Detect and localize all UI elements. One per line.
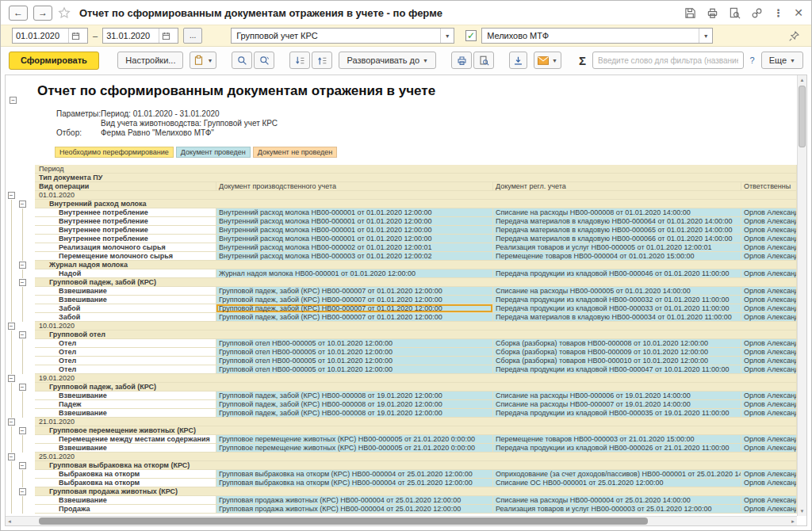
operation-cell[interactable]: Взвешивание	[35, 392, 216, 400]
production-doc-cell[interactable]: Групповой падеж, забой (КРС) НВ00-000007…	[216, 296, 493, 304]
regl-doc-cell[interactable]: Оприходование (за счет доходов/пассивов)…	[493, 470, 741, 479]
email-button[interactable]: ▼	[534, 52, 561, 69]
vertical-scroll-thumb[interactable]	[799, 86, 806, 147]
regl-doc-cell[interactable]: Списание ОС НВ00-000001 от 25.01.2020 12…	[493, 479, 741, 487]
operation-group-cell[interactable]: Групповой падеж, забой (КРС)	[35, 278, 797, 287]
responsible-cell[interactable]: Орлов Александ	[741, 304, 797, 313]
responsible-cell[interactable]: Орлов Александ	[741, 392, 797, 400]
responsible-cell[interactable]: Орлов Александ	[741, 496, 797, 505]
settings-button[interactable]: Настройки...	[117, 52, 183, 69]
regl-doc-cell[interactable]: Передача продукции из кладовой НВ00-0000…	[493, 296, 741, 304]
band-cell[interactable]: Период	[35, 165, 797, 174]
production-doc-cell[interactable]: Групповой отел НВ00-000005 от 10.01.2020…	[216, 365, 493, 374]
column-header-production-doc[interactable]: Документ производственного учета	[216, 182, 493, 191]
responsible-cell[interactable]: Орлов Александ	[741, 252, 797, 261]
responsible-cell[interactable]: Орлов Александ	[741, 235, 797, 243]
production-doc-cell[interactable]: Внутренний расход молока НВ00-000002 от …	[216, 243, 493, 252]
operation-cell[interactable]: Отел	[35, 348, 216, 357]
responsible-cell[interactable]: Орлов Александ	[741, 409, 797, 418]
operation-cell[interactable]: Перемещение молочного сырья	[35, 252, 216, 261]
regl-doc-cell[interactable]: Сборка (разборка) товаров НВ00-000008 от…	[493, 339, 741, 348]
operation-cell[interactable]: Внутреннее потребление	[35, 208, 216, 217]
regl-doc-cell[interactable]: Перемещение товаров НВ00-000004 от 01.01…	[493, 252, 741, 261]
scroll-down-icon[interactable]: ▼	[798, 506, 806, 516]
production-doc-cell[interactable]: Групповой отел НВ00-000005 от 10.01.2020…	[216, 339, 493, 348]
horizontal-scrollbar[interactable]: ◄ ►	[6, 516, 797, 525]
operation-group-cell[interactable]: Групповая продажа животных (КРС)	[35, 487, 797, 496]
operation-cell[interactable]: Отел	[35, 365, 216, 374]
vertical-scrollbar[interactable]: ▲ ▼	[797, 75, 806, 516]
period-to-input[interactable]	[103, 31, 159, 40]
farm-checkbox[interactable]: ✓	[465, 30, 477, 41]
responsible-cell[interactable]: Орлов Александ	[741, 313, 797, 322]
period-from-field[interactable]	[12, 28, 88, 44]
operation-cell[interactable]: Взвешивание	[35, 409, 216, 418]
preview-icon[interactable]	[729, 7, 741, 19]
regl-doc-cell[interactable]: Списание на расходы НВ00-000007 от 19.01…	[493, 400, 741, 409]
collapse-groups-button[interactable]	[289, 52, 310, 69]
operation-cell[interactable]: Выбраковка на откорм	[35, 470, 216, 479]
responsible-cell[interactable]: Орлов Александ	[741, 444, 797, 453]
date-group-cell[interactable]: 19.01.2020	[35, 374, 797, 383]
link-icon[interactable]	[751, 7, 763, 19]
scroll-left-icon[interactable]: ◄	[7, 517, 12, 526]
production-doc-cell[interactable]: Журнал надоя молока НВ00-000001 от 01.01…	[216, 269, 493, 278]
operation-cell[interactable]: Забой	[35, 313, 216, 322]
operation-cell[interactable]: Взвешивание	[35, 287, 216, 296]
expand-groups-button[interactable]	[312, 52, 332, 69]
quick-filter-input[interactable]	[592, 52, 744, 69]
kebab-menu-icon[interactable]: ⋮	[773, 7, 783, 19]
responsible-cell[interactable]: Орлов Александ	[741, 400, 797, 409]
accounting-type-select[interactable]: Групповой учет КРС ▼	[231, 28, 454, 44]
pin-icon[interactable]	[788, 30, 800, 42]
operation-group-cell[interactable]: Журнал надоя молока	[35, 261, 797, 269]
collapse-toggle[interactable]: −	[19, 462, 26, 469]
collapse-toggle[interactable]: −	[8, 192, 15, 199]
collapse-toggle[interactable]: −	[19, 201, 26, 208]
autosum-button[interactable]: Σ	[579, 54, 586, 67]
operation-cell[interactable]: Отел	[35, 339, 216, 348]
search-next-button[interactable]	[254, 52, 274, 69]
band-cell[interactable]: Тип документа ПУ	[35, 174, 797, 182]
operation-cell[interactable]: Выбраковка на откорм	[35, 479, 216, 487]
search-button[interactable]	[232, 52, 252, 69]
regl-doc-cell[interactable]: Передача материалов в кладовую НВ00-0000…	[493, 217, 741, 226]
favorite-star-icon[interactable]	[58, 6, 71, 19]
responsible-cell[interactable]: Орлов Александ	[741, 470, 797, 479]
production-doc-cell[interactable]: Групповой отел НВ00-000005 от 10.01.2020…	[216, 357, 493, 365]
report-variants-button[interactable]: ▼	[190, 52, 216, 69]
operation-cell[interactable]: Забой	[35, 304, 216, 313]
regl-doc-cell[interactable]: Перемещение товаров НВ00-000003 от 21.01…	[493, 435, 741, 444]
regl-doc-cell[interactable]: Передача материалов в кладовую НВ00-0000…	[493, 235, 741, 243]
print-preview-button[interactable]	[473, 52, 494, 69]
period-to-field[interactable]	[102, 28, 178, 44]
collapse-toggle[interactable]: −	[8, 323, 15, 330]
production-doc-cell[interactable]: Групповая выбраковка на откорм (КРС) НВ0…	[216, 470, 493, 479]
production-doc-cell[interactable]: Групповой падеж, забой (КРС) НВ00-000008…	[216, 392, 493, 400]
regl-doc-cell[interactable]: Передача продукции из кладовой НВ00-0000…	[493, 444, 741, 453]
operation-cell[interactable]: Внутреннее потребление	[35, 235, 216, 243]
production-doc-cell[interactable]: Групповой отел НВ00-000005 от 10.01.2020…	[216, 348, 493, 357]
calendar-icon[interactable]	[68, 29, 82, 43]
farm-select[interactable]: Мелихово МТФ ▼	[481, 28, 713, 44]
production-doc-cell[interactable]: Групповой падеж, забой (КРС) НВ00-000008…	[216, 400, 493, 409]
production-doc-cell[interactable]: Групповой падеж, забой (КРС) НВ00-000008…	[216, 409, 493, 418]
column-header-operation[interactable]: Вид операции	[35, 182, 216, 191]
generate-button[interactable]: Сформировать	[9, 52, 99, 70]
date-group-cell[interactable]: 01.01.2020	[35, 191, 797, 200]
scroll-right-icon[interactable]: ►	[791, 517, 795, 526]
responsible-cell[interactable]: Орлов Александ	[741, 505, 797, 514]
operation-group-cell[interactable]: Групповой отел	[35, 330, 797, 339]
regl-doc-cell[interactable]: Списание на расходы НВ00-000006 от 19.01…	[493, 392, 741, 400]
close-icon[interactable]: ✕	[794, 6, 803, 19]
date-group-cell[interactable]: 10.01.2020	[35, 322, 797, 330]
regl-doc-cell[interactable]: Сборка (разборка) товаров НВ00-000010 от…	[493, 357, 741, 365]
regl-doc-cell[interactable]: Реализация товаров и услуг НВ00-000005 о…	[493, 243, 741, 252]
operation-group-cell[interactable]: Групповой падеж, забой (КРС)	[35, 383, 797, 392]
operation-cell[interactable]: Продажа	[35, 505, 216, 514]
production-doc-cell[interactable]: Внутренний расход молока НВ00-000003 от …	[216, 252, 493, 261]
responsible-cell[interactable]: Орлов Александ	[741, 365, 797, 374]
responsible-cell[interactable]: Орлов Александ	[741, 269, 797, 278]
production-doc-cell[interactable]: Групповая выбраковка на откорм (КРС) НВ0…	[216, 479, 493, 487]
help-link[interactable]: ?	[750, 55, 755, 65]
